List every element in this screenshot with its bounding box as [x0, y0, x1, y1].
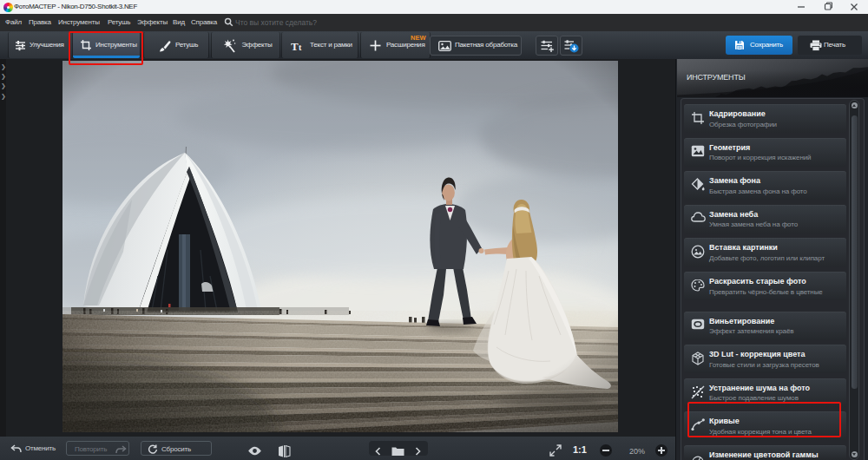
svg-text:t: t: [299, 43, 302, 52]
svg-text:T: T: [291, 41, 299, 51]
